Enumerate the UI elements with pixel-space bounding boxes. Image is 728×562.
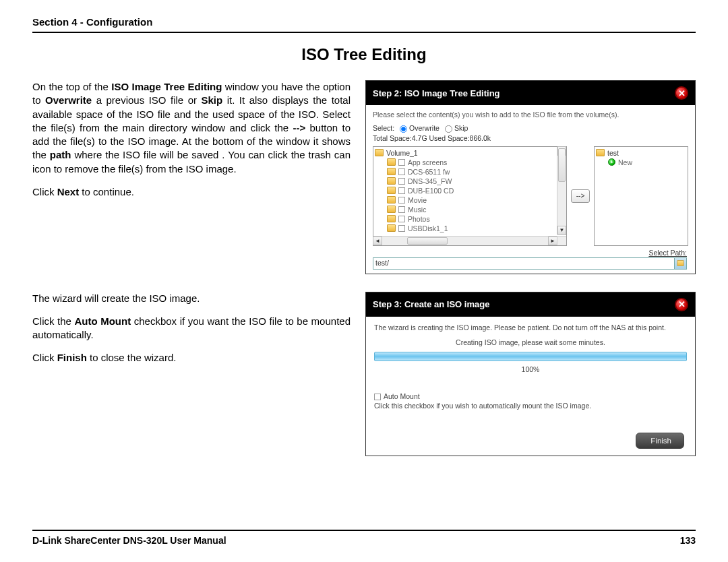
scroll-thumb[interactable] — [407, 237, 448, 245]
scroll-thumb[interactable] — [558, 148, 566, 182]
vertical-scrollbar[interactable]: ▲ ▼ — [557, 147, 566, 235]
paragraph-1: On the top of the ISO Image Tree Editing… — [32, 80, 351, 176]
space-info: Total Space:4.7G Used Space:866.0k — [373, 134, 688, 142]
step3-header: Step 3: Create an ISO image ✕ — [366, 292, 695, 317]
target-tree[interactable]: test + New — [594, 146, 688, 246]
description-block-2: The wizard will create the ISO image. Cl… — [32, 292, 351, 456]
folder-icon — [387, 168, 396, 175]
path-input[interactable]: test/ — [373, 257, 687, 270]
skip-radio[interactable] — [445, 125, 452, 133]
step2-instruction: Please select the content(s) you wish to… — [373, 111, 688, 119]
tree-item[interactable]: USBDisk1_1 — [375, 224, 565, 233]
tree-item[interactable]: DUB-E100 CD — [375, 186, 565, 195]
tree-item[interactable]: DNS-345_FW — [375, 177, 565, 186]
tree-item[interactable]: App screens — [375, 158, 565, 167]
scroll-down-icon[interactable]: ▼ — [557, 226, 566, 235]
close-icon[interactable]: ✕ — [675, 298, 688, 311]
checkbox[interactable] — [398, 168, 405, 175]
checkbox[interactable] — [398, 206, 405, 213]
step2-header: Step 2: ISO Image Tree Editing ✕ — [366, 81, 695, 105]
folder-icon — [387, 224, 396, 232]
tree-root[interactable]: Volume_1 — [375, 148, 565, 158]
folder-icon — [387, 177, 396, 185]
paragraph-4: Click the Auto Mount checkbox if you wan… — [32, 315, 351, 342]
page-number: 133 — [680, 535, 696, 546]
folder-icon — [677, 260, 684, 266]
paragraph-2: Click Next to continue. — [32, 185, 351, 199]
automount-description: Click this checkbox if you wish to autom… — [374, 402, 687, 410]
checkbox[interactable] — [398, 178, 405, 185]
step2-panel: Step 2: ISO Image Tree Editing ✕ Please … — [365, 80, 696, 274]
checkbox[interactable] — [398, 159, 405, 166]
step3-instruction: The wizard is creating the ISO image. Pl… — [374, 323, 687, 332]
step3-title: Step 3: Create an ISO image — [373, 299, 489, 309]
automount-label: Auto Mount — [384, 392, 420, 400]
select-path-label: Select Path: — [373, 249, 687, 257]
folder-icon — [387, 196, 396, 204]
paragraph-3: The wizard will create the ISO image. — [32, 292, 351, 305]
path-value: test/ — [373, 258, 674, 269]
checkbox[interactable] — [398, 216, 405, 222]
folder-icon — [387, 187, 396, 194]
description-block-1: On the top of the ISO Image Tree Editing… — [32, 80, 351, 274]
automount-row: Auto Mount — [374, 392, 687, 400]
folder-icon — [387, 158, 396, 166]
section-header: Section 4 - Configuration — [32, 16, 696, 33]
overwrite-radio[interactable] — [400, 125, 407, 133]
tree-item[interactable]: DCS-6511 fw — [375, 167, 565, 177]
paragraph-5: Click Finish to close the wizard. — [32, 351, 351, 365]
select-mode-row: Select: Overwrite Skip — [373, 124, 688, 133]
creating-label: Creating ISO image, please wait some min… — [374, 338, 687, 346]
add-to-iso-button[interactable]: --> — [571, 189, 590, 203]
scroll-right-icon[interactable]: ► — [548, 237, 557, 245]
checkbox[interactable] — [398, 225, 405, 232]
scroll-corner — [557, 236, 566, 245]
progress-percent: 100% — [374, 365, 687, 373]
folder-icon — [375, 149, 384, 156]
tree-root[interactable]: test — [596, 148, 686, 158]
tree-item[interactable]: Music — [375, 205, 565, 214]
progress-bar — [374, 352, 687, 361]
add-icon: + — [608, 158, 615, 166]
tree-item-new[interactable]: + New — [596, 158, 686, 167]
page-title: ISO Tree Editing — [32, 45, 696, 64]
close-icon[interactable]: ✕ — [675, 86, 688, 100]
checkbox[interactable] — [398, 187, 405, 194]
tree-item[interactable]: Photos — [375, 214, 565, 224]
browse-path-button[interactable] — [674, 258, 686, 269]
folder-icon — [387, 206, 396, 213]
scroll-left-icon[interactable]: ◄ — [373, 237, 382, 245]
step3-panel: Step 3: Create an ISO image ✕ The wizard… — [365, 292, 696, 456]
finish-button[interactable]: Finish — [636, 433, 684, 449]
checkbox[interactable] — [398, 197, 405, 204]
source-tree[interactable]: Volume_1 App screens DCS-6511 fw DNS-345… — [373, 146, 567, 246]
horizontal-scrollbar[interactable]: ◄ ► — [373, 236, 557, 245]
step2-title: Step 2: ISO Image Tree Editing — [373, 88, 500, 98]
page-footer: D-Link ShareCenter DNS-320L User Manual … — [32, 530, 696, 546]
manual-name: D-Link ShareCenter DNS-320L User Manual — [32, 535, 226, 546]
folder-icon — [387, 215, 396, 222]
folder-icon — [596, 149, 605, 156]
tree-item[interactable]: Movie — [375, 195, 565, 205]
automount-checkbox[interactable] — [374, 394, 381, 400]
